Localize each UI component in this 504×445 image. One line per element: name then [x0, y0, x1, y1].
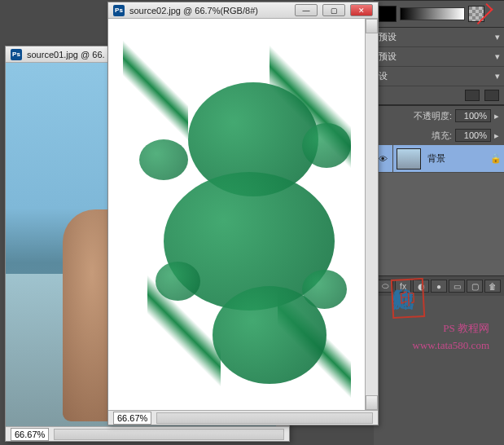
status-info[interactable]	[54, 429, 284, 440]
close-button[interactable]: ✕	[350, 4, 373, 16]
vertical-scrollbar[interactable]	[365, 19, 378, 410]
layer-name[interactable]: 背景	[424, 145, 488, 172]
layers-panel: 不透明度: 100% ▸ 填充: 100% ▸ 👁 背景 🔒	[374, 105, 504, 296]
photoshop-icon: Ps	[113, 5, 125, 16]
zoom-input[interactable]: 66.67%	[11, 428, 49, 441]
chevron-down-icon: ▾	[491, 71, 504, 82]
adjustment-button[interactable]: ●	[431, 280, 447, 293]
document-window-source02[interactable]: Ps source02.jpg @ 66.7%(RGB/8#) — ▢ ✕	[107, 2, 379, 425]
trash-icon[interactable]	[465, 90, 480, 101]
statusbar: 66.67%	[108, 410, 378, 425]
chevron-down-icon[interactable]: ▸	[494, 130, 499, 141]
preset-row-2[interactable]: 预设 ▾	[374, 47, 504, 67]
layer-thumbnail[interactable]	[397, 148, 421, 170]
maximize-button[interactable]: ▢	[322, 4, 345, 16]
canvas[interactable]	[108, 19, 365, 410]
fx-button[interactable]: fx	[395, 280, 411, 293]
chevron-down-icon[interactable]: ▸	[494, 111, 499, 121]
workspace: WWW.MISSYUAN.COM 预设 ▾ 预设 ▾ 设 ▾	[0, 0, 504, 445]
gradient-preview[interactable]	[400, 7, 465, 20]
preset-label: 预设	[374, 31, 491, 43]
photoshop-icon: Ps	[11, 49, 22, 60]
document-title: source02.jpg @ 66.7%(RGB/8#)	[129, 6, 290, 15]
statusbar: 66.67%	[6, 426, 289, 441]
chevron-down-icon: ▾	[491, 51, 504, 62]
swatches-panel	[374, 0, 504, 27]
panel-icon-row	[374, 86, 504, 105]
panel-menu-icon[interactable]	[484, 90, 499, 101]
minimize-button[interactable]: —	[295, 4, 318, 16]
opacity-input[interactable]: 100%	[455, 109, 491, 122]
eye-icon: 👁	[379, 154, 388, 164]
link-layers-button[interactable]: ⬭	[377, 280, 393, 293]
fill-input[interactable]: 100%	[455, 129, 491, 142]
no-color-swatch[interactable]	[468, 6, 484, 22]
delete-layer-button[interactable]: 🗑	[484, 280, 501, 293]
group-button[interactable]: ▭	[449, 280, 465, 293]
mask-button[interactable]: ◐	[413, 280, 429, 293]
layer-row[interactable]: 👁 背景 🔒	[374, 145, 504, 173]
preset-label: 设	[374, 70, 491, 82]
opacity-label: 不透明度:	[414, 110, 452, 122]
preset-row-3[interactable]: 设 ▾	[374, 67, 504, 86]
image-content	[115, 25, 358, 403]
fill-label: 填充:	[432, 130, 452, 142]
preset-label: 预设	[374, 51, 491, 63]
new-layer-button[interactable]: ▢	[467, 280, 483, 293]
presets-panel: 预设 ▾ 预设 ▾ 设 ▾	[374, 27, 504, 86]
titlebar[interactable]: Ps source02.jpg @ 66.7%(RGB/8#) — ▢ ✕	[108, 2, 378, 19]
lock-icon: 🔒	[488, 145, 504, 172]
layer-list: 👁 背景 🔒	[374, 145, 504, 275]
right-panels: 预设 ▾ 预设 ▾ 设 ▾ 不透明度: 100% ▸ 填充:	[374, 0, 504, 445]
foreground-swatch[interactable]	[379, 6, 397, 22]
chevron-down-icon: ▾	[491, 32, 504, 42]
layers-footer: ⬭ fx ◐ ● ▭ ▢ 🗑	[374, 275, 504, 296]
zoom-input[interactable]: 66.67%	[113, 412, 151, 425]
status-info[interactable]	[156, 412, 373, 424]
preset-row-1[interactable]: 预设 ▾	[374, 28, 504, 47]
